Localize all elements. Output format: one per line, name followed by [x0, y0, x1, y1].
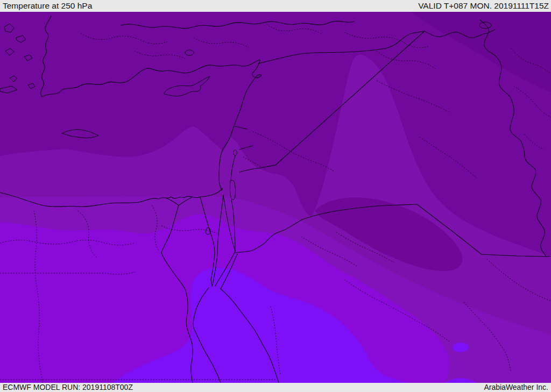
header-bar: Temperature at 250 hPa VALID T+087 MON. …	[0, 0, 551, 12]
valid-time-label: VALID T+087 MON. 20191111T15Z	[418, 2, 549, 10]
band-brightest-spot	[453, 343, 469, 352]
weather-map-screen: Temperature at 250 hPa VALID T+087 MON. …	[0, 0, 551, 392]
model-run-label: ECMWF MODEL RUN: 20191108T00Z	[3, 383, 133, 391]
page-title: Temperature at 250 hPa	[3, 2, 92, 10]
footer-bar: ECMWF MODEL RUN: 20191108T00Z ArabiaWeat…	[0, 383, 551, 392]
brand-label: ArabiaWeather Inc.	[484, 383, 548, 391]
temperature-map-canvas	[0, 12, 551, 383]
